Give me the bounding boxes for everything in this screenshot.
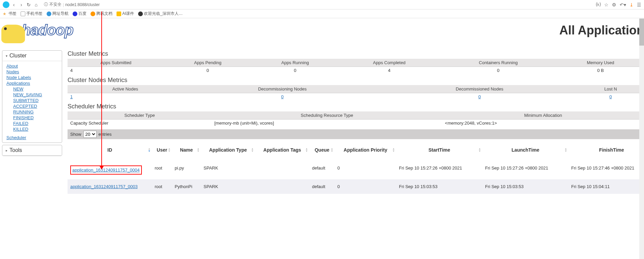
col-queue[interactable]: Queue▲▼ (309, 139, 335, 161)
search-icon[interactable]: ⒦ (596, 2, 601, 8)
sort-icon: ▲▼ (148, 148, 151, 152)
col-header: Apps Pending (164, 59, 251, 67)
forward-button[interactable]: › (18, 2, 24, 8)
main-content: Cluster Metrics Apps Submitted Apps Pend… (64, 18, 644, 194)
home-button[interactable]: ⌂ (33, 2, 39, 8)
metric-value: 0 (251, 67, 339, 74)
col-header: Containers Running (440, 59, 557, 67)
col-name[interactable]: Name▲▼ (172, 139, 201, 161)
sort-icon: ▲▼ (331, 148, 333, 152)
metric-value: 0 B (557, 67, 644, 74)
address-bar[interactable]: ⓘ 不安全 | node1:8088/cluster (44, 2, 100, 7)
nav-state-submitted[interactable]: SUBMITTED (5, 98, 59, 103)
vertical-scrollbar[interactable] (639, 19, 644, 194)
cell-finish: Fri Sep 10 15:27:46 +0800 2021 (568, 161, 644, 179)
nav-state-new[interactable]: NEW (5, 86, 59, 92)
cluster-metrics-table: Apps Submitted Apps Pending Apps Running… (68, 59, 644, 74)
bookmark-item[interactable]: 百度 (73, 11, 86, 17)
metric-value: 1 (68, 93, 183, 101)
decom-nodes-link[interactable]: 0 (281, 94, 283, 99)
nav-state-accepted[interactable]: ACCEPTED (5, 103, 59, 109)
nav-state-running[interactable]: RUNNING (5, 109, 59, 115)
nav-applications[interactable]: Applications (5, 80, 59, 86)
bookmark-item[interactable]: 欢迎光临_深圳市人… (138, 11, 183, 17)
bookmark-item[interactable]: ★书签 (3, 11, 17, 17)
cell-launch: Fri Sep 10 15:03:53 (482, 179, 568, 194)
bookmark-item[interactable]: 手机书签 (21, 11, 43, 17)
extension-icon[interactable]: ⚙ (612, 2, 616, 7)
cell-id: application_1631240911757_0004 (68, 161, 152, 179)
nav-state-failed[interactable]: FAILED (5, 121, 59, 126)
cluster-header[interactable]: ▾Cluster (2, 51, 62, 61)
browser-logo-icon (3, 1, 9, 8)
paw-icon (73, 11, 77, 16)
toolbar-right: ⒦ ☆ ⚙ ↶▾ ⤓ ☰ (596, 2, 641, 8)
cell-user: root (152, 161, 172, 179)
metric-value: 4 (68, 67, 164, 74)
security-label: 不安全 (49, 2, 61, 7)
cell-finish: Fri Sep 10 15:04:11 (568, 179, 644, 194)
nav-node-labels[interactable]: Node Labels (5, 75, 59, 80)
cell-queue: default (309, 161, 335, 179)
col-apptype[interactable]: Application Type▲▼ (201, 139, 255, 161)
col-user[interactable]: User▲▼ (152, 139, 172, 161)
sort-icon: ▲▼ (564, 148, 567, 152)
chevron-down-icon: ▾ (6, 54, 7, 58)
download-icon[interactable]: ⤓ (629, 2, 634, 7)
col-starttime[interactable]: StartTime▲▼ (396, 139, 482, 161)
star-icon: ★ (3, 11, 7, 16)
tools-section: ▸Tools (2, 145, 62, 156)
doc-icon (21, 11, 25, 16)
bookmark-item[interactable]: AI课件 (117, 11, 134, 17)
menu-icon[interactable]: ☰ (637, 2, 641, 7)
col-launchtime[interactable]: LaunchTime▲▼ (482, 139, 568, 161)
decommed-nodes-link[interactable]: 0 (478, 94, 481, 99)
reload-button[interactable]: ↻ (26, 2, 32, 8)
col-header: Decommissioning Nodes (183, 85, 382, 93)
sort-icon: ▲▼ (197, 148, 200, 152)
cell-tags (255, 179, 309, 194)
nav-state-new-saving[interactable]: NEW_SAVING (5, 92, 59, 98)
metric-value: <memory:2048, vCores:1> (442, 120, 644, 127)
nav-state-killed[interactable]: KILLED (5, 126, 59, 132)
globe-icon (47, 11, 51, 16)
lost-nodes-link[interactable]: 0 (610, 94, 612, 99)
back-button[interactable]: ‹ (11, 2, 17, 8)
cell-queue: default (309, 179, 335, 194)
app-link[interactable]: application_1631240911757_0004 (72, 167, 140, 173)
metric-value: 0 (382, 93, 577, 101)
sort-icon: ▲▼ (392, 148, 395, 152)
col-priority[interactable]: Application Priority▲▼ (335, 139, 396, 161)
nav-nodes[interactable]: Nodes (5, 69, 59, 75)
applications-table: ID▲▼ User▲▼ Name▲▼ Application Type▲▼ Ap… (68, 139, 644, 194)
globe-icon (138, 11, 143, 16)
cluster-metrics-title: Cluster Metrics (68, 50, 644, 57)
bookmark-bar: ★书签 手机书签 网址导航 百度 腾讯文档 AI课件 欢迎光临_深圳市人… (0, 9, 644, 18)
cell-tags (255, 161, 309, 179)
info-icon: ⓘ (44, 2, 48, 7)
undo-icon[interactable]: ↶▾ (620, 2, 626, 7)
nav-scheduler[interactable]: Scheduler (5, 135, 59, 140)
separator: | (63, 2, 64, 7)
col-finishtime[interactable]: FinishTime▲▼ (568, 139, 644, 161)
cell-type: SPARK (201, 161, 255, 179)
sort-icon: ▲▼ (478, 148, 481, 152)
col-header: Lost N (577, 85, 644, 93)
node-metrics-table: Active Nodes Decommissioning Nodes Decom… (68, 85, 644, 100)
col-header: Active Nodes (68, 85, 183, 93)
col-apptags[interactable]: Application Tags▲▼ (255, 139, 309, 161)
annotation-arrow (101, 11, 102, 169)
browser-toolbar: ‹ › ↻ ⌂ ⓘ 不安全 | node1:8088/cluster ⒦ ☆ ⚙… (0, 0, 644, 9)
col-header: Decommissioned Nodes (382, 85, 577, 93)
bookmark-item[interactable]: 网址导航 (47, 11, 69, 17)
col-id[interactable]: ID▲▼ (68, 139, 152, 161)
scrollbar-thumb[interactable] (639, 19, 644, 46)
app-link[interactable]: application_1631240911757_0003 (70, 184, 138, 189)
star-icon[interactable]: ☆ (604, 2, 609, 7)
nav-state-finished[interactable]: FINISHED (5, 115, 59, 121)
tools-header[interactable]: ▸Tools (2, 145, 62, 156)
nav-about[interactable]: About (5, 63, 59, 69)
metric-value: 0 (164, 67, 251, 74)
active-nodes-link[interactable]: 1 (70, 94, 73, 99)
entries-select[interactable]: 20 (83, 131, 97, 138)
